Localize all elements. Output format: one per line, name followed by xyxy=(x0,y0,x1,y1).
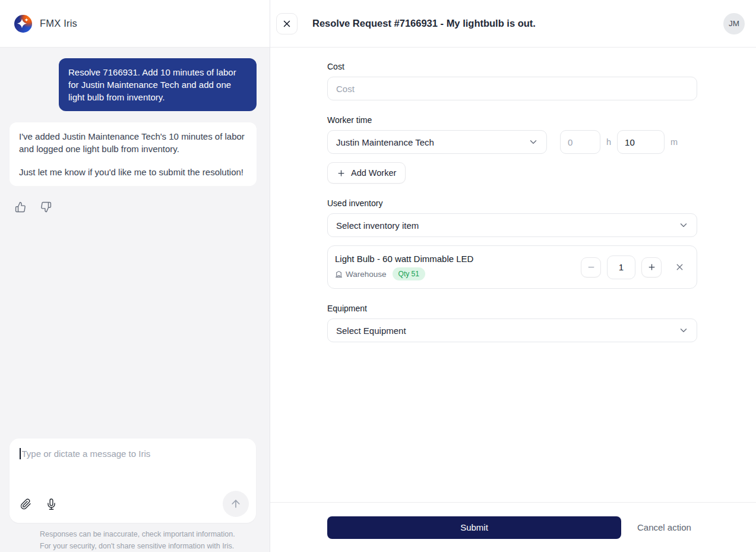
sidebar-header: FMX Iris xyxy=(0,0,270,48)
fmx-iris-logo-icon xyxy=(14,15,32,33)
equipment-select-placeholder: Select Equipment xyxy=(336,326,406,336)
chat-input-placeholder: Type or dictate a message to Iris xyxy=(22,449,151,459)
close-button[interactable] xyxy=(276,13,298,34)
minutes-unit-label: m xyxy=(670,137,678,147)
user-message-bubble: Resolve 7166931. Add 10 minutes of labor… xyxy=(59,58,257,111)
disclaimer-line: Responses can be inaccurate, check impor… xyxy=(40,528,257,540)
cost-input[interactable] xyxy=(327,77,697,100)
quantity-stepper xyxy=(581,256,687,279)
chat-spacer xyxy=(10,213,257,439)
panel-header: Resolve Request #7166931 - My lightbulb … xyxy=(270,0,756,48)
close-icon xyxy=(281,18,292,29)
inventory-item-location: Warehouse xyxy=(346,270,387,279)
chevron-down-icon xyxy=(528,137,539,147)
user-avatar[interactable]: JM xyxy=(723,13,745,34)
chat-sidebar: FMX Iris Resolve 7166931. Add 10 minutes… xyxy=(0,0,270,552)
chevron-down-icon xyxy=(678,220,689,231)
composer-toolbar xyxy=(20,491,249,517)
increase-quantity-button[interactable] xyxy=(641,257,662,277)
submit-button[interactable]: Submit xyxy=(327,516,621,539)
warehouse-building-icon xyxy=(335,270,343,278)
assistant-message-paragraph: I've added Justin Maintenance Tech's 10 … xyxy=(19,130,247,155)
disclaimer-line: For your security, don't share sensitive… xyxy=(40,540,257,552)
hours-input[interactable] xyxy=(560,130,600,154)
chat-disclaimer: Responses can be inaccurate, check impor… xyxy=(40,528,257,552)
arrow-up-icon xyxy=(230,498,242,510)
minus-icon xyxy=(587,263,596,272)
add-worker-button[interactable]: Add Worker xyxy=(327,162,406,184)
worker-time-label: Worker time xyxy=(327,115,697,125)
thumbs-down-icon[interactable] xyxy=(40,201,52,213)
cost-label: Cost xyxy=(327,62,697,71)
assistant-message-paragraph: Just let me know if you'd like me to sub… xyxy=(19,166,247,178)
resolve-form: Cost Worker time Justin Maintenance Tech… xyxy=(270,48,756,502)
equipment-section: Equipment Select Equipment xyxy=(327,304,697,342)
decrease-quantity-button[interactable] xyxy=(581,257,601,277)
chat-thread: Resolve 7166931. Add 10 minutes of labor… xyxy=(0,48,270,552)
inventory-item-meta: Warehouse Qty 51 xyxy=(335,267,581,280)
resolve-request-panel: Resolve Request #7166931 - My lightbulb … xyxy=(270,0,756,552)
panel-footer: Submit Cancel action xyxy=(270,502,756,552)
used-inventory-section: Used inventory Select inventory item Lig… xyxy=(327,198,697,289)
worker-select[interactable]: Justin Maintenance Tech xyxy=(327,130,547,154)
equipment-select[interactable]: Select Equipment xyxy=(327,318,697,342)
microphone-icon[interactable] xyxy=(46,499,57,510)
hours-unit-label: h xyxy=(606,137,611,147)
message-feedback-row xyxy=(15,201,257,213)
quantity-input[interactable] xyxy=(607,256,635,279)
worker-time-section: Worker time Justin Maintenance Tech h m … xyxy=(327,115,697,184)
add-worker-label: Add Worker xyxy=(351,168,396,178)
used-inventory-label: Used inventory xyxy=(327,198,697,208)
inventory-item-info: Light Bulb - 60 watt Dimmable LED Wareho… xyxy=(335,254,581,280)
x-icon xyxy=(675,262,685,272)
minutes-input[interactable] xyxy=(617,130,665,154)
inventory-item-card: Light Bulb - 60 watt Dimmable LED Wareho… xyxy=(327,245,697,289)
worker-select-value: Justin Maintenance Tech xyxy=(336,137,434,147)
app-title: FMX Iris xyxy=(40,18,77,29)
equipment-label: Equipment xyxy=(327,304,697,313)
text-caret xyxy=(20,448,21,459)
send-message-button[interactable] xyxy=(223,491,249,517)
qty-available-badge: Qty 51 xyxy=(393,267,425,280)
plus-icon xyxy=(647,263,656,272)
cost-section: Cost xyxy=(327,62,697,100)
inventory-select-placeholder: Select inventory item xyxy=(336,220,419,231)
chat-composer[interactable]: Type or dictate a message to Iris xyxy=(10,439,256,523)
inventory-select[interactable]: Select inventory item xyxy=(327,213,697,237)
assistant-message-bubble: I've added Justin Maintenance Tech's 10 … xyxy=(10,122,257,186)
attachment-paperclip-icon[interactable] xyxy=(20,499,31,510)
inventory-item-name: Light Bulb - 60 watt Dimmable LED xyxy=(335,254,581,264)
chevron-down-icon xyxy=(678,325,689,336)
worker-time-row: Justin Maintenance Tech h m xyxy=(327,130,697,154)
panel-title: Resolve Request #7166931 - My lightbulb … xyxy=(312,18,536,29)
plus-icon xyxy=(337,169,346,178)
thumbs-up-icon[interactable] xyxy=(15,201,26,213)
cancel-action-link[interactable]: Cancel action xyxy=(637,522,691,532)
chat-input[interactable]: Type or dictate a message to Iris xyxy=(20,448,150,459)
remove-inventory-item-button[interactable] xyxy=(672,260,687,275)
